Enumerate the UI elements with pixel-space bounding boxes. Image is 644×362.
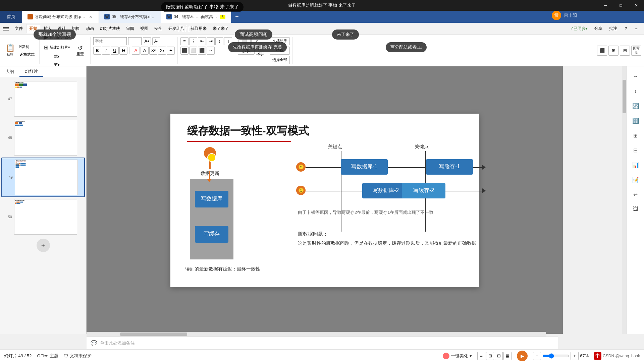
style-button[interactable]: 式▾ (42, 53, 71, 60)
tab-ppt[interactable]: 谷粒商城-分布式高级-图.pptx ✕ (22, 11, 99, 23)
align-right-btn[interactable]: ⬛ (198, 47, 206, 55)
tab-new[interactable]: + (231, 11, 243, 23)
font-size-down-btn[interactable]: A- (152, 37, 160, 45)
right-tool-5[interactable]: ⊞ (629, 129, 642, 142)
outline-tab[interactable]: 大纲 (0, 66, 19, 77)
view-grid-btn[interactable]: ⊟ (495, 352, 503, 360)
beautify-button[interactable]: 一键美化 ▾ (443, 353, 472, 359)
ribbon-tab-get[interactable]: 获取用来 (188, 24, 209, 34)
bg-color-btn[interactable]: A (141, 47, 149, 55)
shape-btn[interactable]: ⬜ (238, 37, 251, 45)
doc-protect[interactable]: 🛡 文稿未保护 (64, 353, 92, 359)
vertical-scroll-thumb[interactable] (623, 80, 626, 113)
strike-btn[interactable]: S (119, 47, 127, 55)
right-tool-1[interactable]: ↔ (629, 70, 642, 83)
add-slide-button[interactable]: + (37, 239, 50, 252)
select-btn[interactable]: 选择全部 (270, 56, 290, 64)
align-left-btn[interactable]: ⬛ (180, 47, 189, 55)
vertical-scrollbar[interactable] (622, 66, 627, 334)
close-button[interactable]: ✕ (629, 0, 644, 11)
direction-btn[interactable]: ↔ (207, 47, 215, 55)
shape-btn2[interactable]: ○ (251, 37, 263, 45)
more-btn[interactable]: ⋯ (632, 24, 641, 34)
right-tool-6[interactable]: ⊟ (629, 143, 642, 157)
icon-btn-3[interactable]: ⊟ (620, 46, 630, 56)
slide-50[interactable]: 50 缓存数据-常伟-失写模式 (1, 198, 85, 236)
right-tool-4[interactable]: 🔠 (629, 114, 642, 127)
zoom-in-btn[interactable]: + (571, 352, 579, 360)
comment-btn[interactable]: 批注 (606, 24, 620, 34)
right-tool-10[interactable]: 🖼 (629, 202, 642, 216)
ribbon-tab-transition[interactable]: 切换 (69, 24, 83, 34)
list-number-btn[interactable]: ⋮ (189, 37, 197, 45)
help-btn[interactable]: ？ (621, 24, 631, 34)
superscript-btn[interactable]: X² (149, 47, 157, 55)
slide-48[interactable]: 48 分零试缓存-先后-研究所 (1, 119, 85, 157)
user-avatar[interactable]: 雷 (552, 11, 561, 20)
italic-btn[interactable]: I (102, 47, 110, 55)
ribbon-tab-security[interactable]: 安全 (152, 24, 165, 34)
slide-47[interactable]: 47 分零式缓存-先后图 (1, 80, 85, 118)
ribbon-tab-developer[interactable]: 开发工具 (166, 24, 187, 34)
view-reader-btn[interactable]: ▦ (503, 352, 512, 360)
font-size-up-btn[interactable]: A+ (143, 37, 151, 45)
format-button[interactable]: 🖌 格式式 (17, 51, 37, 58)
view-outline-btn[interactable]: ≡ (477, 352, 485, 360)
right-tool-2[interactable]: ↕ (629, 84, 642, 98)
view-normal-btn[interactable]: ⊞ (486, 352, 494, 360)
indent-less-btn[interactable]: ⇤ (198, 37, 206, 45)
arrange-btn[interactable]: 排列 (256, 47, 264, 55)
section-button[interactable]: 节▾ (42, 61, 71, 66)
list-bullet-btn[interactable]: ≡ (180, 37, 189, 45)
slides-tab[interactable]: 幻灯片 (19, 66, 43, 77)
ribbon-tab-insert[interactable]: 插入 (41, 24, 54, 34)
note-placeholder[interactable]: 单击此处添加备注 (100, 340, 135, 346)
paste-button[interactable]: 📋 粘贴 (3, 39, 17, 63)
right-tool-9[interactable]: ↩ (629, 188, 642, 201)
shape-label-btn[interactable]: 形状 (238, 47, 255, 55)
from-current-button[interactable]: ▶ 从当前开始▾ (42, 35, 71, 42)
tab-close-ppt[interactable]: ✕ (88, 14, 93, 19)
icon-btn-4[interactable]: 回写法 (631, 46, 641, 56)
lang-btn[interactable]: 中 (594, 352, 601, 360)
right-tool-8[interactable]: 📝 (629, 173, 642, 186)
menu-icon[interactable] (3, 27, 9, 31)
new-slide-button[interactable]: ⊞ 新建幻灯片▾ (42, 43, 71, 52)
ribbon-tab-design[interactable]: 设计 (55, 24, 68, 34)
copy-button[interactable]: ⎘ 复制 (17, 43, 37, 50)
ribbon-tab-view[interactable]: 视图 (138, 24, 151, 34)
right-tool-3[interactable]: 🔄 (629, 99, 642, 113)
ribbon-tab-file[interactable]: 文件 (12, 24, 25, 34)
zoom-out-btn[interactable]: − (533, 352, 541, 360)
maximize-button[interactable]: □ (613, 0, 629, 11)
play-button[interactable]: ▶ (517, 351, 528, 361)
horizontal-scroll-thumb[interactable] (120, 333, 187, 336)
tab-home[interactable]: 首页 (0, 11, 22, 23)
ribbon-tab-review[interactable]: 审阅 (123, 24, 137, 34)
replace-btn[interactable]: 替换 (270, 47, 290, 55)
ribbon-tab-slideshow[interactable]: 幻灯片放映 (97, 24, 123, 34)
slide-49[interactable]: 49 缓存数据一致性-双写模式 (1, 158, 85, 197)
textbox-btn[interactable]: 文档助手 (270, 37, 290, 45)
tab-doc2[interactable]: W 04、缓存&……面试高频问题 3 (161, 11, 231, 23)
reset-button[interactable]: ↺ 重置 (73, 39, 88, 63)
align-center-btn[interactable]: ⬜ (189, 47, 197, 55)
ribbon-tab-home[interactable]: 开始 (26, 24, 40, 34)
font-color-btn[interactable]: A (132, 47, 140, 55)
slide-canvas[interactable]: 缓存数据一致性-双写模式 数据更新 写数据库 写缓存 (170, 114, 479, 287)
underline-btn[interactable]: U (111, 47, 119, 55)
bold-btn[interactable]: B (93, 47, 101, 55)
ribbon-tab-extra[interactable]: 来了来了 (210, 24, 231, 34)
clear-format-btn[interactable]: ✦ (167, 47, 175, 55)
icon-btn-1[interactable]: ⬛ (597, 46, 607, 56)
tab-doc1[interactable]: W 05、缓存&分布式锁.docx (99, 11, 161, 23)
ribbon-tab-animation[interactable]: 动画 (83, 24, 97, 34)
share-btn[interactable]: 分享 (592, 24, 605, 34)
indent-more-btn[interactable]: ⇥ (207, 37, 215, 45)
line-spacing-btn[interactable]: ↕ (215, 37, 223, 45)
zoom-slider[interactable] (542, 353, 569, 359)
font-name-input[interactable] (93, 37, 127, 45)
subscript-btn[interactable]: X₂ (158, 47, 166, 55)
sync-btn[interactable]: ✓已同步▾ (568, 24, 590, 34)
minimize-button[interactable]: ─ (598, 0, 613, 11)
